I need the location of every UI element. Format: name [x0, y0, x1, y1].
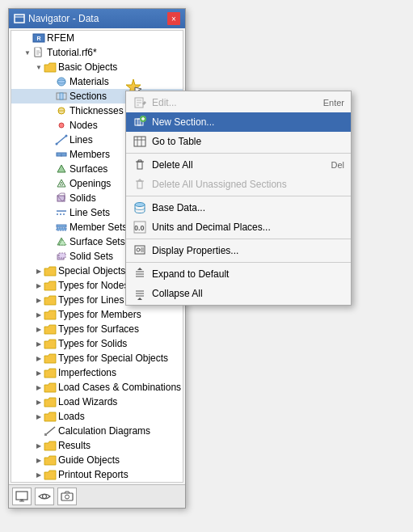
svg-marker-23 [60, 182, 63, 185]
expand-icon-loadcases: ▶ [34, 382, 44, 392]
display-props-icon [133, 243, 147, 258]
expand-icon-sections [45, 91, 55, 101]
calcdiag-label: Calculation Diagrams [58, 425, 150, 437]
tree-item-basic-objects[interactable]: ▼ Basic Objects [11, 60, 183, 74]
materials-label: Materials [70, 76, 109, 87]
svg-rect-0 [15, 15, 24, 23]
loadcases-label: Load Cases & Combinations [58, 382, 181, 393]
expand-icon-lines [45, 135, 55, 145]
folder-tnodes-icon [44, 279, 57, 292]
svg-text:0.0: 0.0 [134, 224, 145, 232]
ctx-goto-table-label: Go to Table [152, 136, 339, 147]
expand-icon-special: ▶ [34, 266, 44, 276]
ctx-sep2 [126, 196, 351, 196]
tree-item-types-solids[interactable]: ▶ Types for Solids [11, 336, 183, 351]
tree-item-types-members[interactable]: ▶ Types for Members [11, 307, 183, 322]
ctx-delete-all[interactable]: Delete All Del [126, 155, 351, 175]
imperf-label: Imperfections [58, 367, 116, 378]
ctx-edit[interactable]: Edit... Enter [126, 93, 351, 112]
ctx-edit-shortcut: Enter [323, 98, 344, 108]
svg-point-17 [65, 135, 68, 137]
svg-line-15 [57, 136, 66, 144]
svg-text:I: I [61, 153, 61, 158]
file-icon [32, 46, 45, 59]
camera-button[interactable] [57, 488, 77, 505]
tree-item-types-special[interactable]: ▶ Types for Special Objects [11, 351, 183, 365]
expand-icon-loadwiz: ▶ [34, 397, 44, 407]
membersets-icon [55, 221, 68, 234]
ctx-sep4 [126, 262, 351, 263]
folder-loadcases-icon [44, 381, 57, 394]
expand-icon-tspecial: ▶ [34, 353, 44, 363]
special-label: Special Objects [58, 265, 125, 277]
expand-icon-thick [45, 106, 55, 116]
tree-item-rfem[interactable]: R RFEM [11, 31, 183, 45]
thicknesses-icon [55, 104, 68, 117]
expand-icon-surfacesets [45, 237, 55, 247]
svg-rect-58 [137, 162, 142, 169]
solidsets-label: Solid Sets [70, 251, 113, 262]
expand-icon-tnodes: ▶ [34, 281, 44, 290]
lines-label: Lines [70, 134, 93, 146]
svg-point-14 [59, 123, 64, 128]
tree-item-imperfections[interactable]: ▶ Imperfections [11, 365, 183, 380]
ctx-delete-unassigned[interactable]: Delete All Unassigned Sections [126, 175, 351, 194]
folder-imperf-icon [44, 366, 57, 379]
solids-icon [55, 192, 68, 205]
rfem-label: RFEM [47, 32, 74, 44]
units-icon: 0.0 [133, 220, 147, 234]
svg-point-8 [57, 78, 65, 86]
title-bar: Navigator - Data × [9, 9, 185, 28]
sections-icon [55, 90, 68, 103]
expand-icon-nodes [45, 120, 55, 130]
basic-objects-label: Basic Objects [58, 61, 117, 73]
tree-item-materials[interactable]: Materials [11, 74, 183, 89]
svg-point-42 [65, 495, 70, 499]
ctx-goto-table[interactable]: Go to Table [126, 132, 351, 151]
ctx-display-props[interactable]: Display Properties... [126, 241, 351, 260]
expand-icon-imperf: ▶ [34, 368, 44, 378]
tree-item-loadcases[interactable]: ▶ Load Cases & Combinations [11, 380, 183, 395]
ctx-units[interactable]: 0.0 Units and Decimal Places... [126, 217, 351, 237]
tree-item-guide[interactable]: ▶ Guide Objects [11, 453, 183, 467]
membersets-label: Member Sets [70, 222, 127, 233]
svg-marker-21 [57, 165, 65, 172]
monitor-button[interactable] [12, 488, 32, 505]
expand-icon-tutorial: ▼ [23, 48, 32, 57]
loads-label: Loads [58, 411, 85, 422]
expand-icon-tsurfaces: ▶ [34, 324, 44, 334]
tree-item-printout[interactable]: ▶ Printout Reports [11, 467, 183, 482]
tree-item-results[interactable]: ▶ Results [11, 438, 183, 453]
ctx-new-section[interactable]: New Section... [126, 112, 351, 132]
svg-rect-28 [57, 225, 66, 227]
ctx-edit-label: Edit... [152, 97, 318, 108]
close-button[interactable]: × [167, 12, 180, 25]
tree-item-loads[interactable]: ▶ Loads [11, 409, 183, 424]
tree-item-tutorial[interactable]: ▼ Tutorial.rf6* [11, 45, 183, 60]
expand-icon-tsolids: ▶ [34, 339, 44, 348]
ctx-collapse-all[interactable]: Collapse All [126, 284, 351, 303]
expand-icon-linesets [45, 208, 55, 217]
lines-icon [55, 133, 68, 146]
ctx-base-data[interactable]: Base Data... [126, 198, 351, 217]
delete-unassigned-icon [133, 177, 147, 192]
window-title: Navigator - Data [28, 13, 99, 24]
solidsets-icon [55, 250, 68, 263]
eye-button[interactable] [35, 488, 54, 505]
ctx-collapse-label: Collapse All [152, 288, 344, 299]
folder-tmembers-icon [44, 308, 57, 321]
expand-icon-results: ▶ [34, 441, 44, 450]
tree-item-calcdiag[interactable]: Calculation Diagrams [11, 424, 183, 438]
window-icon [14, 13, 25, 24]
ctx-expand-default[interactable]: Expand to Default [126, 264, 351, 284]
folder-tsurfaces-icon [44, 323, 57, 336]
openings-label: Openings [70, 178, 111, 189]
linesets-label: Line Sets [70, 207, 110, 218]
expand-default-icon [133, 267, 147, 281]
tree-item-loadwizards[interactable]: ▶ Load Wizards [11, 395, 183, 409]
expand-icon-guide: ▶ [34, 455, 44, 465]
tree-item-types-surfaces[interactable]: ▶ Types for Surfaces [11, 322, 183, 336]
expand-icon-solids [45, 193, 55, 203]
calcdiag-icon [44, 424, 57, 437]
ctx-delete-shortcut: Del [331, 160, 344, 170]
